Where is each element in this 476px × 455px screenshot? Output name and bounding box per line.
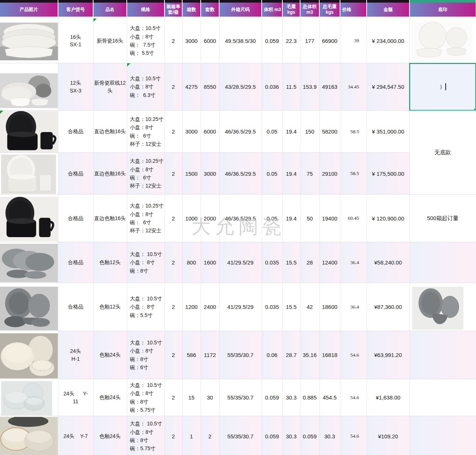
name-cell[interactable]: 直边色釉16头 xyxy=(93,111,127,153)
gross-weight-cell[interactable]: 30.3 xyxy=(282,379,300,416)
amount-cell[interactable]: ¥63,991.20 xyxy=(367,331,409,379)
col-header-gross-weight[interactable]: 毛重 kgs xyxy=(282,3,300,18)
col-header-volume[interactable]: 体积 m3 xyxy=(262,3,282,18)
spec-cell[interactable]: 大盘：10.25寸 小盘：8寸 碗： 6寸 杯子：12安士 xyxy=(127,153,164,195)
name-cell[interactable]: 色釉12头 xyxy=(93,242,127,283)
amount-cell[interactable]: ¥ 294,547.50 xyxy=(367,63,409,111)
name-cell[interactable]: 新骨瓷双线12头 xyxy=(93,63,127,111)
volume-cell[interactable]: 0.059 xyxy=(262,416,282,455)
spec-cell[interactable]: 大盘：10.25寸 小盘：8寸 碗： 6寸 杯子：12安士 xyxy=(127,195,164,242)
total-gross-weight-cell[interactable]: 49163 xyxy=(319,63,340,111)
sets-cell[interactable]: 2000 xyxy=(201,195,219,242)
product-photo-cell[interactable] xyxy=(0,416,58,455)
sets-cell[interactable]: 6000 xyxy=(201,18,219,63)
product-photo-cell[interactable] xyxy=(0,18,58,63)
name-cell[interactable]: 色釉24头 xyxy=(93,379,127,416)
volume-cell[interactable]: 0.05 xyxy=(262,153,282,195)
price-cell[interactable]: 36.4 xyxy=(340,242,367,283)
volume-cell[interactable]: 0.036 xyxy=(262,63,282,111)
volume-cell[interactable]: 0.035 xyxy=(262,283,282,331)
bottom-print-cell[interactable] xyxy=(409,416,476,455)
product-photo-cell[interactable] xyxy=(0,63,58,111)
sets-cell[interactable]: 8550 xyxy=(201,63,219,111)
spec-cell[interactable]: 大盘： 10.5寸 小盘：8寸 碗：8寸 碗：5.75寸 xyxy=(127,416,164,455)
total-volume-cell[interactable]: 150 xyxy=(300,111,319,153)
col-header-product-image[interactable]: 产品图片 xyxy=(0,3,58,18)
total-volume-cell[interactable]: 75 xyxy=(300,153,319,195)
carton-size-cell[interactable]: 55/35/30.7 xyxy=(219,331,262,379)
total-gross-weight-cell[interactable]: 16818 xyxy=(319,331,340,379)
carton-size-cell[interactable]: 43/28.5/29.5 xyxy=(219,63,262,111)
sku-cell[interactable]: 12头 SX-3 xyxy=(58,63,93,111)
carton-size-cell[interactable]: 41/29.5/29 xyxy=(219,242,262,283)
cartons-cell[interactable]: 1000 xyxy=(182,195,201,242)
pack-rate-cell[interactable]: 2 xyxy=(164,331,182,379)
cartons-cell[interactable]: 800 xyxy=(182,242,201,283)
cartons-cell[interactable]: 586 xyxy=(182,331,201,379)
carton-size-cell[interactable]: 49.5/38.5/30 xyxy=(219,18,262,63)
bottom-print-merged-cell[interactable]: 无底款 xyxy=(409,111,476,195)
amount-cell[interactable]: ¥109.20 xyxy=(367,416,409,455)
product-photo-cell[interactable] xyxy=(0,379,58,416)
gross-weight-cell[interactable]: 11.5 xyxy=(282,63,300,111)
sets-cell[interactable]: 3000 xyxy=(201,153,219,195)
gross-weight-cell[interactable]: 22.3 xyxy=(282,18,300,63)
sku-cell[interactable]: 合格品 xyxy=(58,111,93,153)
gross-weight-cell[interactable]: 15.5 xyxy=(282,242,300,283)
pack-rate-cell[interactable]: 2 xyxy=(164,379,182,416)
spec-cell[interactable]: 大盘：10.5寸 小盘：8寸 碗： 6.3寸 xyxy=(127,63,164,111)
price-cell[interactable]: 60.45 xyxy=(340,195,367,242)
volume-cell[interactable]: 0.05 xyxy=(262,111,282,153)
product-photo-cell[interactable] xyxy=(0,153,58,195)
volume-cell[interactable]: 0.06 xyxy=(262,331,282,379)
col-header-sets[interactable]: 套数 xyxy=(201,3,219,18)
bottom-print-cell[interactable] xyxy=(409,331,476,379)
cartons-cell[interactable]: 4275 xyxy=(182,63,201,111)
total-volume-cell[interactable]: 0.059 xyxy=(300,416,319,455)
product-photo-cell[interactable] xyxy=(0,331,58,379)
amount-cell[interactable]: ¥ 234,000.00 xyxy=(367,18,409,63)
sku-cell[interactable]: 24头 H-1 xyxy=(58,331,93,379)
amount-cell[interactable]: ¥ 351,000.00 xyxy=(367,111,409,153)
bottom-print-cell[interactable] xyxy=(409,18,476,63)
gross-weight-cell[interactable]: 30.3 xyxy=(282,416,300,455)
amount-cell[interactable]: ¥87,360.00 xyxy=(367,283,409,331)
bottom-print-cell[interactable]: 500箱起订量 xyxy=(409,195,476,242)
sku-cell[interactable]: 合格品 xyxy=(58,153,93,195)
col-header-bottom-print[interactable]: 底印 xyxy=(409,3,476,18)
pack-rate-cell[interactable]: 2 xyxy=(164,63,182,111)
col-header-total-volume[interactable]: 总体积 m3 xyxy=(300,3,319,18)
selected-cell[interactable]: ） xyxy=(409,63,476,111)
spec-cell[interactable]: 大盘： 10.5寸 小盘：8寸 碗：8寸 碗：6寸 xyxy=(127,331,164,379)
sets-cell[interactable]: 2 xyxy=(201,416,219,455)
cartons-cell[interactable]: 1500 xyxy=(182,153,201,195)
col-header-spec[interactable]: 规格 xyxy=(127,3,164,18)
bottom-print-cell[interactable] xyxy=(409,283,476,331)
total-volume-cell[interactable]: 35.16 xyxy=(300,331,319,379)
total-gross-weight-cell[interactable]: 18600 xyxy=(319,283,340,331)
pack-rate-cell[interactable]: 2 xyxy=(164,18,182,63)
sku-cell[interactable]: 合格品 xyxy=(58,283,93,331)
sets-cell[interactable]: 6000 xyxy=(201,111,219,153)
total-gross-weight-cell[interactable]: 30.3 xyxy=(319,416,340,455)
carton-size-cell[interactable]: 46/36.5/29.5 xyxy=(219,195,262,242)
gross-weight-cell[interactable]: 19.4 xyxy=(282,111,300,153)
carton-size-cell[interactable]: 41/29.5/29 xyxy=(219,283,262,331)
col-header-sku[interactable]: 客户货号 xyxy=(58,3,93,18)
col-header-pack-rate[interactable]: 装箱率 套/箱 xyxy=(164,3,182,18)
total-gross-weight-cell[interactable]: 19400 xyxy=(319,195,340,242)
cartons-cell[interactable]: 15 xyxy=(182,379,201,416)
pack-rate-cell[interactable]: 2 xyxy=(164,195,182,242)
spec-cell[interactable]: 大盘： 10.5寸 小盘： 8寸 碗：8寸 xyxy=(127,242,164,283)
volume-cell[interactable]: 0.035 xyxy=(262,242,282,283)
sets-cell[interactable]: 1600 xyxy=(201,242,219,283)
bottom-print-cell[interactable] xyxy=(409,379,476,416)
carton-size-cell[interactable]: 55/35/30.7 xyxy=(219,416,262,455)
sku-cell[interactable]: 24头 Y-7 xyxy=(58,416,93,455)
sku-cell[interactable]: 合格品 xyxy=(58,242,93,283)
price-cell[interactable]: 36.4 xyxy=(340,283,367,331)
total-volume-cell[interactable]: 177 xyxy=(300,18,319,63)
bottom-print-cell[interactable] xyxy=(409,242,476,283)
total-volume-cell[interactable]: 153.9 xyxy=(300,63,319,111)
col-header-total-gross-weight[interactable]: 总毛重 kgs xyxy=(319,3,340,18)
